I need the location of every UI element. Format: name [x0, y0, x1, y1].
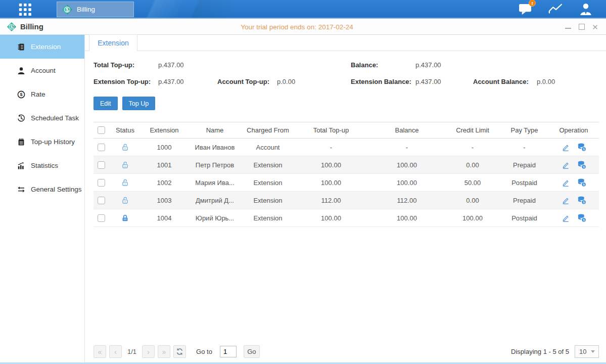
- column-header-operation: Operation: [548, 122, 599, 139]
- account-topup-label: Account Top-up:: [217, 78, 277, 85]
- statistics-chart-icon[interactable]: [548, 3, 563, 15]
- extension-topup-label: Extension Top-up:: [94, 78, 158, 85]
- edit-icon[interactable]: [562, 178, 570, 187]
- edit-icon[interactable]: [562, 143, 570, 152]
- tab-extension[interactable]: Extension: [89, 34, 137, 51]
- pagination-bar: « ‹ 1/1 › » Go to Go: [94, 345, 599, 358]
- lock-open-icon: [121, 161, 129, 169]
- cell-name: Иван Иванов: [187, 139, 243, 156]
- dollar-circle-icon: $: [17, 90, 25, 99]
- cell-name: Юрий Юрь...: [187, 209, 243, 227]
- cell-charged-from: Extension: [243, 209, 293, 227]
- user-icon[interactable]: [578, 3, 593, 15]
- sidebar-item-top-up-history[interactable]: Top-up History: [0, 130, 84, 154]
- go-button[interactable]: Go: [244, 345, 260, 358]
- cell-balance: 112.00: [369, 192, 445, 209]
- sidebar-item-statistics[interactable]: Statistics: [0, 154, 84, 177]
- sidebar-item-scheduled-task[interactable]: Scheduled Task: [0, 106, 84, 130]
- top-up-icon[interactable]: $: [577, 143, 586, 152]
- extension-topup-value: p.437.00: [158, 78, 217, 85]
- top-up-icon[interactable]: $: [577, 178, 586, 187]
- extension-balance-value: p.437.00: [415, 78, 473, 85]
- lock-open-icon: [121, 178, 129, 187]
- row-select-cell: [94, 139, 109, 156]
- cell-status: [109, 139, 142, 156]
- edit-button[interactable]: Edit: [94, 97, 118, 110]
- messages-icon[interactable]: !: [518, 3, 533, 15]
- cell-extension: 1001: [142, 156, 187, 174]
- column-header-extension: Extension: [142, 122, 187, 139]
- apps-grid-icon[interactable]: [18, 4, 34, 16]
- account-balance-value: p.0.00: [537, 78, 599, 85]
- close-icon[interactable]: [591, 23, 599, 31]
- top-up-button[interactable]: Top Up: [122, 97, 156, 110]
- next-page-button[interactable]: ›: [142, 345, 155, 358]
- svg-text:$: $: [10, 24, 13, 29]
- cell-status: [109, 192, 142, 209]
- sidebar-item-general-settings[interactable]: General Settings: [0, 177, 84, 201]
- column-header-status: Status: [109, 122, 142, 139]
- table-row: 1003Дмитрий Д...Extension112.00112.000.0…: [94, 192, 599, 209]
- cell-pay-type: Prepaid: [500, 156, 548, 174]
- operation-icons: $: [548, 196, 599, 205]
- person-icon: [17, 66, 25, 75]
- top-up-icon[interactable]: $: [577, 160, 586, 169]
- cell-credit-limit: 0.00: [445, 156, 500, 174]
- row-checkbox[interactable]: [98, 144, 105, 151]
- sidebar-item-extension[interactable]: Extension: [0, 35, 84, 59]
- trial-notice: Your trial period ends on: 2017-02-24: [241, 23, 353, 30]
- cell-credit-limit: 100.00: [445, 209, 500, 227]
- page-size-select[interactable]: 10: [575, 345, 599, 358]
- cell-balance: 100.00: [369, 156, 445, 174]
- summary-panel: Total Top-up: p.437.00 Balance: p.437.00…: [94, 61, 599, 85]
- column-header-pay-type: Pay Type: [500, 122, 548, 139]
- sidebar-item-rate[interactable]: $Rate: [0, 82, 84, 106]
- edit-icon[interactable]: [562, 214, 570, 222]
- edit-icon[interactable]: [562, 161, 570, 169]
- cell-balance: -: [369, 139, 445, 156]
- select-all-checkbox[interactable]: [98, 126, 105, 134]
- edit-icon[interactable]: [562, 196, 570, 205]
- prev-page-button[interactable]: ‹: [109, 345, 122, 358]
- tab-label: Extension: [98, 39, 128, 47]
- ledger-icon: [17, 42, 25, 51]
- lock-open-icon: [121, 143, 129, 152]
- goto-page-input[interactable]: [220, 346, 237, 357]
- sidebar-item-label: General Settings: [31, 186, 82, 193]
- row-checkbox[interactable]: [98, 161, 105, 169]
- cell-credit-limit: -: [445, 139, 500, 156]
- row-select-cell: [94, 192, 109, 209]
- cell-operation: $: [548, 209, 599, 227]
- cell-pay-type: Postpaid: [500, 209, 548, 227]
- row-select-cell: [94, 174, 109, 192]
- cell-name: Петр Петров: [187, 156, 243, 174]
- app-tab-billing[interactable]: $ Billing: [57, 2, 134, 17]
- select-all-cell: [94, 122, 109, 139]
- operation-icons: $: [548, 178, 599, 187]
- minimize-icon[interactable]: [564, 23, 572, 31]
- last-page-button[interactable]: »: [158, 345, 170, 358]
- top-up-icon[interactable]: $: [577, 196, 586, 205]
- extensions-table-wrap: StatusExtensionNameCharged FromTotal Top…: [94, 122, 599, 227]
- billing-diamond-icon: $: [62, 4, 73, 15]
- row-checkbox[interactable]: [98, 214, 105, 222]
- cell-balance: 100.00: [369, 174, 445, 192]
- first-page-button[interactable]: «: [94, 345, 106, 358]
- cell-balance: 100.00: [369, 209, 445, 227]
- table-body: 1000Иван ИвановAccount----$1001Петр Петр…: [94, 139, 599, 227]
- row-checkbox[interactable]: [98, 197, 105, 204]
- refresh-button[interactable]: [173, 345, 186, 358]
- sidebar-nav: ExtensionAccount$RateScheduled TaskTop-u…: [0, 35, 85, 363]
- sidebar-item-account[interactable]: Account: [0, 59, 84, 82]
- top-up-icon[interactable]: $: [577, 213, 586, 222]
- cell-charged-from: Extension: [243, 174, 293, 192]
- cell-total-topup: 100.00: [293, 156, 369, 174]
- maximize-icon[interactable]: [578, 23, 585, 31]
- chevron-down-icon: [591, 350, 595, 353]
- displaying-info: Displaying 1 - 5 of 5: [511, 348, 569, 355]
- svg-text:$: $: [66, 7, 69, 12]
- sidebar-item-label: Statistics: [31, 162, 58, 169]
- sidebar-item-label: Scheduled Task: [31, 114, 79, 122]
- row-checkbox[interactable]: [98, 179, 105, 187]
- cell-pay-type: Prepaid: [500, 192, 548, 209]
